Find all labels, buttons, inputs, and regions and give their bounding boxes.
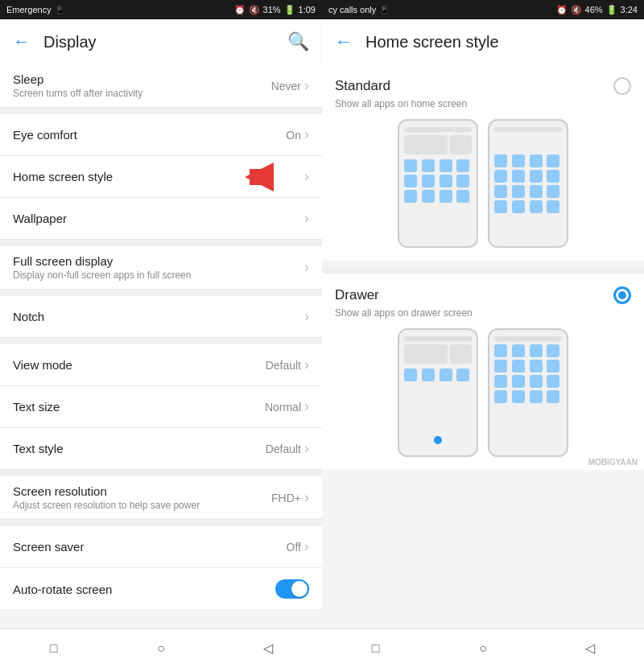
left-bottom-nav: □ ○ ◁ [0, 628, 322, 667]
home-screen-content: Standard Show all apps on home screen [322, 64, 644, 628]
view-mode-value: Default [266, 359, 301, 372]
sidebar-item-home-screen-style[interactable]: Home screen style › [0, 156, 322, 198]
time-text: 1:09 [299, 5, 316, 14]
sidebar-item-text-style[interactable]: Text style Default › [0, 428, 322, 470]
right-nav-recent-button[interactable]: □ [360, 632, 392, 665]
sidebar-item-eye-comfort[interactable]: Eye comfort On › [0, 114, 322, 156]
sleep-subtitle: Screen turns off after inactivity [13, 88, 271, 99]
drawer-preview-row [335, 328, 631, 457]
standard-title: Standard [335, 78, 390, 94]
eye-comfort-title: Eye comfort [13, 128, 286, 142]
red-arrow-annotation [245, 163, 274, 191]
auto-rotate-title: Auto-rotate screen [13, 583, 275, 596]
right-status-left: cy calls only 📱 [328, 5, 389, 14]
drawer-subtitle: Show all apps on drawer screen [335, 307, 631, 319]
sidebar-item-wallpaper[interactable]: Wallpaper › [0, 198, 322, 240]
standard-preview-phone2 [488, 119, 568, 248]
home-icon: ○ [157, 641, 165, 656]
right-home-icon: ○ [479, 641, 487, 656]
sleep-value: Never [271, 80, 301, 93]
left-toolbar: ← Display 🔍 [0, 19, 322, 64]
text-size-chevron: › [304, 398, 309, 415]
search-icon[interactable]: 🔍 [287, 31, 309, 52]
right-sim-icon: 📱 [379, 6, 389, 14]
section-divider [322, 267, 644, 274]
drawer-preview-phone2 [488, 328, 568, 457]
sidebar-item-screen-saver[interactable]: Screen saver Off › [0, 526, 322, 568]
sidebar-item-screen-resolution[interactable]: Screen resolution Adjust screen resoluti… [0, 476, 322, 520]
drawer-radio[interactable] [613, 286, 631, 304]
right-back-icon: ◁ [585, 640, 595, 656]
right-alarm-icon: ⏰ [556, 5, 568, 15]
screen-resolution-chevron: › [304, 489, 309, 506]
back-button[interactable]: ← [13, 31, 31, 52]
mute-icon: 🔇 [249, 5, 260, 15]
screen-resolution-subtitle: Adjust screen resolution to help save po… [13, 500, 271, 511]
home-screen-style-chevron: › [304, 168, 309, 185]
right-bottom-nav: □ ○ ◁ [322, 628, 644, 667]
right-recent-icon: □ [372, 641, 380, 656]
drawer-section[interactable]: Drawer Show all apps on drawer screen [322, 274, 644, 470]
view-mode-title: View mode [13, 358, 266, 372]
notch-title: Notch [13, 310, 304, 323]
text-style-title: Text style [13, 442, 266, 455]
divider-4 [0, 338, 322, 344]
right-mute-icon: 🔇 [571, 5, 582, 15]
calls-only-text: cy calls only [328, 5, 376, 14]
right-battery-icon: 🔋 [606, 5, 617, 15]
right-status-bar: cy calls only 📱 ⏰ 🔇 46% 🔋 3:24 [322, 0, 644, 19]
app-grid-2 [494, 154, 562, 213]
settings-list: Sleep Screen turns off after inactivity … [0, 64, 322, 628]
watermark: MOBIGYAAN [588, 458, 638, 467]
nav-recent-button[interactable]: □ [38, 632, 70, 665]
right-nav-home-button[interactable]: ○ [467, 632, 499, 665]
right-battery-text: 46% [585, 5, 603, 14]
full-screen-subtitle: Display non-full screen apps in full scr… [13, 270, 304, 281]
sidebar-item-notch[interactable]: Notch › [0, 296, 322, 338]
right-back-button[interactable]: ← [335, 31, 353, 52]
standard-preview-phone1 [398, 119, 478, 248]
text-size-title: Text size [13, 400, 265, 414]
full-screen-chevron: › [304, 259, 309, 276]
standard-radio[interactable] [613, 77, 631, 95]
page-title: Display [43, 33, 275, 51]
drawer-preview-phone1 [398, 328, 478, 457]
auto-rotate-toggle[interactable] [275, 579, 309, 599]
dot-indicator [434, 436, 442, 444]
app-grid-drawer-1 [404, 368, 472, 381]
left-status-left: Emergency 📱 [6, 5, 64, 14]
emergency-text: Emergency [6, 5, 52, 14]
text-style-value: Default [266, 443, 301, 455]
right-panel: cy calls only 📱 ⏰ 🔇 46% 🔋 3:24 ← Home sc… [322, 0, 644, 667]
sidebar-item-sleep[interactable]: Sleep Screen turns off after inactivity … [0, 64, 322, 108]
divider-5 [0, 470, 322, 476]
sidebar-item-full-screen[interactable]: Full screen display Display non-full scr… [0, 246, 322, 290]
nav-home-button[interactable]: ○ [145, 632, 177, 665]
sleep-chevron: › [304, 77, 309, 94]
back-icon: ◁ [263, 640, 273, 656]
screen-resolution-title: Screen resolution [13, 484, 271, 498]
right-time-text: 3:24 [621, 5, 638, 14]
app-grid-drawer-2 [494, 344, 562, 403]
standard-subtitle: Show all apps on home screen [335, 98, 631, 109]
divider-6 [0, 520, 322, 526]
standard-section[interactable]: Standard Show all apps on home screen [322, 64, 644, 261]
divider-1 [0, 108, 322, 114]
app-grid-1 [404, 159, 472, 203]
sidebar-item-view-mode[interactable]: View mode Default › [0, 344, 322, 386]
sleep-title: Sleep [13, 72, 271, 86]
divider-2 [0, 240, 322, 246]
nav-back-button[interactable]: ◁ [252, 632, 284, 665]
sidebar-item-text-size[interactable]: Text size Normal › [0, 386, 322, 428]
wallpaper-title: Wallpaper [13, 212, 304, 225]
recent-icon: □ [50, 641, 58, 656]
left-panel: Emergency 📱 ⏰ 🔇 31% 🔋 1:09 ← Display 🔍 S… [0, 0, 322, 667]
eye-comfort-value: On [286, 129, 301, 142]
screen-saver-title: Screen saver [13, 540, 287, 554]
sidebar-item-auto-rotate[interactable]: Auto-rotate screen [0, 568, 322, 611]
right-nav-back-button[interactable]: ◁ [574, 632, 606, 665]
left-status-right: ⏰ 🔇 31% 🔋 1:09 [234, 5, 316, 15]
divider-3 [0, 290, 322, 296]
right-status-right: ⏰ 🔇 46% 🔋 3:24 [556, 5, 638, 15]
standard-preview-row [335, 119, 631, 248]
